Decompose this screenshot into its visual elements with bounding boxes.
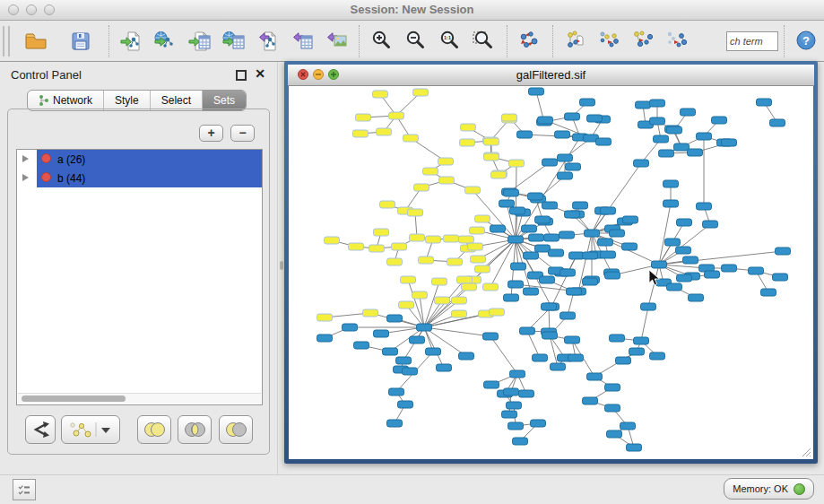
hide-selected-button[interactable] xyxy=(594,23,626,59)
graph-node-blue[interactable] xyxy=(677,274,692,282)
graph-node-blue[interactable] xyxy=(601,207,616,214)
graph-node-blue[interactable] xyxy=(689,294,704,301)
zoom-in-button[interactable] xyxy=(366,23,398,59)
float-panel-icon[interactable] xyxy=(236,70,247,81)
minimize-window-icon[interactable] xyxy=(26,4,37,15)
graph-node-blue[interactable] xyxy=(623,216,638,223)
graph-node-blue[interactable] xyxy=(605,384,620,391)
graph-node-blue[interactable] xyxy=(555,131,570,138)
graph-node-blue[interactable] xyxy=(490,225,506,232)
graph-node-blue[interactable] xyxy=(722,265,737,272)
graph-node-blue[interactable] xyxy=(403,368,418,375)
graph-node-blue[interactable] xyxy=(688,149,703,156)
expand-network-button[interactable] xyxy=(662,23,694,59)
graph-node-yellow[interactable] xyxy=(468,243,483,250)
graph-node-blue[interactable] xyxy=(757,99,772,106)
graph-node-blue[interactable] xyxy=(650,100,665,107)
graph-node-blue[interactable] xyxy=(573,202,588,209)
graph-node-blue[interactable] xyxy=(389,388,404,395)
graph-node-blue[interactable] xyxy=(650,352,665,360)
graph-node-blue[interactable] xyxy=(502,411,517,418)
graph-node-blue[interactable] xyxy=(504,189,519,196)
graph-node-blue[interactable] xyxy=(396,357,412,364)
add-set-button[interactable]: + xyxy=(199,125,223,142)
graph-node-yellow[interactable] xyxy=(438,158,454,165)
graph-node-yellow[interactable] xyxy=(502,114,517,121)
graph-node-yellow[interactable] xyxy=(356,114,371,121)
graph-node-blue[interactable] xyxy=(542,159,558,166)
save-session-button[interactable] xyxy=(65,23,97,59)
graph-node-blue[interactable] xyxy=(542,303,557,310)
graph-node-blue[interactable] xyxy=(531,420,546,427)
graph-node-yellow[interactable] xyxy=(475,215,490,222)
graph-node-blue[interactable] xyxy=(641,303,656,310)
graph-node-yellow[interactable] xyxy=(447,258,463,265)
import-network-from-file-button[interactable] xyxy=(116,23,148,59)
graph-node-blue[interactable] xyxy=(528,193,543,200)
graph-node-blue[interactable] xyxy=(620,422,636,430)
graph-node-blue[interactable] xyxy=(636,101,651,109)
graph-node-yellow[interactable] xyxy=(373,91,388,98)
graph-node-blue[interactable] xyxy=(343,324,358,331)
zoom-actual-size-button[interactable]: 1:1 xyxy=(434,23,466,59)
graph-node-blue[interactable] xyxy=(587,115,603,122)
export-network-button[interactable] xyxy=(252,23,284,59)
zoom-out-button[interactable] xyxy=(400,23,432,59)
open-session-button[interactable] xyxy=(20,23,52,59)
graph-node-yellow[interactable] xyxy=(389,112,404,119)
graph-node-yellow[interactable] xyxy=(465,187,481,194)
graph-node-blue[interactable] xyxy=(499,200,515,207)
graph-node-yellow[interactable] xyxy=(483,283,499,291)
graph-node-blue[interactable] xyxy=(605,404,620,412)
graph-node-blue[interactable] xyxy=(410,336,425,343)
graph-node-blue[interactable] xyxy=(383,348,398,355)
graph-node-blue[interactable] xyxy=(722,139,737,146)
graph-node-blue[interactable] xyxy=(508,236,524,243)
graph-node-yellow[interactable] xyxy=(401,276,416,283)
graph-node-blue[interactable] xyxy=(437,364,452,371)
graph-node-yellow[interactable] xyxy=(435,297,450,304)
graph-node-blue[interactable] xyxy=(664,200,679,207)
close-window-icon[interactable] xyxy=(8,4,19,15)
graph-node-yellow[interactable] xyxy=(462,283,477,291)
graph-node-blue[interactable] xyxy=(773,274,788,281)
union-sets-button[interactable] xyxy=(137,415,171,444)
graph-node-blue[interactable] xyxy=(654,135,669,143)
graph-node-yellow[interactable] xyxy=(380,201,395,208)
graph-node-blue[interactable] xyxy=(510,370,525,378)
graph-node-blue[interactable] xyxy=(398,401,413,408)
graph-node-blue[interactable] xyxy=(610,335,625,342)
graph-node-blue[interactable] xyxy=(605,272,620,279)
graph-node-blue[interactable] xyxy=(622,243,638,250)
graph-node-blue[interactable] xyxy=(583,278,598,285)
graph-node-blue[interactable] xyxy=(374,330,389,337)
graph-node-yellow[interactable] xyxy=(491,171,507,178)
difference-sets-button[interactable] xyxy=(219,415,253,444)
graph-node-blue[interactable] xyxy=(629,348,645,355)
graph-node-yellow[interactable] xyxy=(363,309,378,317)
graph-node-blue[interactable] xyxy=(569,252,585,259)
graph-node-blue[interactable] xyxy=(517,131,533,138)
graph-node-yellow[interactable] xyxy=(457,276,473,283)
graph-node-yellow[interactable] xyxy=(325,237,340,244)
tab-sets[interactable]: Sets xyxy=(203,91,246,110)
graph-node-blue[interactable] xyxy=(634,337,649,344)
graph-node-blue[interactable] xyxy=(504,294,519,301)
graph-node-blue[interactable] xyxy=(558,172,573,179)
graph-node-blue[interactable] xyxy=(538,117,553,124)
graph-node-blue[interactable] xyxy=(511,263,526,270)
graph-node-yellow[interactable] xyxy=(461,124,476,131)
graph-node-blue[interactable] xyxy=(568,354,584,361)
horizontal-scrollbar[interactable] xyxy=(18,393,261,404)
graph-node-yellow[interactable] xyxy=(377,128,392,135)
graph-node-blue[interactable] xyxy=(533,354,548,361)
graph-node-blue[interactable] xyxy=(610,230,625,237)
import-table-from-web-button[interactable] xyxy=(218,23,250,59)
graph-node-yellow[interactable] xyxy=(432,278,447,285)
expander-triangle-icon[interactable] xyxy=(22,174,29,181)
graph-node-yellow[interactable] xyxy=(392,243,407,250)
graph-node-blue[interactable] xyxy=(616,357,631,364)
graph-node-blue[interactable] xyxy=(459,352,474,360)
create-set-from-network-button[interactable] xyxy=(61,415,120,444)
graph-node-yellow[interactable] xyxy=(439,177,455,184)
